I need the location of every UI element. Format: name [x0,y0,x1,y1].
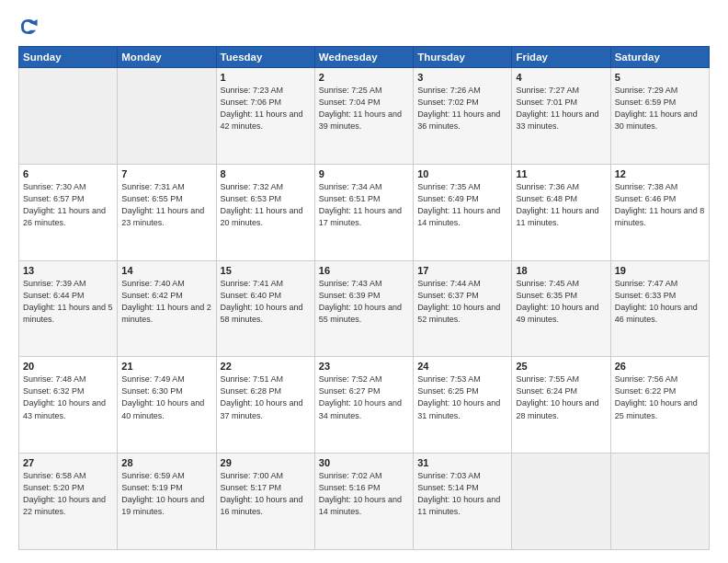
day-cell: 6 Sunrise: 7:30 AMSunset: 6:57 PMDayligh… [19,164,118,260]
day-info: Sunrise: 7:32 AMSunset: 6:53 PMDaylight:… [221,182,303,227]
day-info: Sunrise: 7:48 AMSunset: 6:32 PMDaylight:… [23,374,106,419]
calendar-page: SundayMondayTuesdayWednesdayThursdayFrid… [0,0,728,563]
logo [18,17,42,37]
day-number: 17 [417,265,507,276]
day-cell: 17 Sunrise: 7:44 AMSunset: 6:37 PMDaylig… [414,260,512,357]
day-info: Sunrise: 7:47 AMSunset: 6:33 PMDaylight:… [615,279,698,324]
weekday-header-saturday: Saturday [610,47,709,68]
day-cell: 31 Sunrise: 7:03 AMSunset: 5:14 PMDaylig… [414,454,512,550]
week-row-5: 27 Sunrise: 6:58 AMSunset: 5:20 PMDaylig… [19,454,710,550]
day-cell: 21 Sunrise: 7:49 AMSunset: 6:30 PMDaylig… [118,357,216,454]
day-number: 15 [221,265,311,276]
day-cell: 7 Sunrise: 7:31 AMSunset: 6:55 PMDayligh… [118,164,216,260]
day-info: Sunrise: 7:45 AMSunset: 6:35 PMDaylight:… [516,279,598,324]
day-number: 28 [121,457,211,468]
day-cell [118,68,216,165]
weekday-header-thursday: Thursday [414,47,512,68]
day-cell: 15 Sunrise: 7:41 AMSunset: 6:40 PMDaylig… [216,260,314,357]
day-number: 1 [221,72,311,83]
day-number: 12 [615,168,705,179]
day-cell: 28 Sunrise: 6:59 AMSunset: 5:19 PMDaylig… [118,454,216,550]
day-info: Sunrise: 7:27 AMSunset: 7:01 PMDaylight:… [516,86,598,131]
day-cell: 18 Sunrise: 7:45 AMSunset: 6:35 PMDaylig… [512,260,610,357]
day-cell: 27 Sunrise: 6:58 AMSunset: 5:20 PMDaylig… [19,454,118,550]
day-info: Sunrise: 7:26 AMSunset: 7:02 PMDaylight:… [417,86,500,131]
weekday-header-monday: Monday [118,47,216,68]
weekday-header-tuesday: Tuesday [216,47,314,68]
day-number: 22 [221,361,311,372]
day-info: Sunrise: 7:41 AMSunset: 6:40 PMDaylight:… [221,279,303,324]
day-cell: 29 Sunrise: 7:00 AMSunset: 5:17 PMDaylig… [216,454,314,550]
day-info: Sunrise: 6:58 AMSunset: 5:20 PMDaylight:… [23,471,106,516]
day-number: 3 [417,72,507,83]
day-info: Sunrise: 7:31 AMSunset: 6:55 PMDaylight:… [121,182,204,227]
day-info: Sunrise: 7:00 AMSunset: 5:17 PMDaylight:… [221,471,303,516]
week-row-1: 1 Sunrise: 7:23 AMSunset: 7:06 PMDayligh… [19,68,710,165]
day-info: Sunrise: 7:44 AMSunset: 6:37 PMDaylight:… [417,279,500,324]
day-info: Sunrise: 7:39 AMSunset: 6:44 PMDaylight:… [23,279,113,324]
day-cell: 26 Sunrise: 7:56 AMSunset: 6:22 PMDaylig… [610,357,709,454]
day-number: 18 [516,265,606,276]
day-number: 4 [516,72,606,83]
day-number: 24 [417,361,507,372]
day-number: 16 [319,265,409,276]
day-number: 8 [221,168,311,179]
day-number: 5 [615,72,705,83]
day-info: Sunrise: 7:40 AMSunset: 6:42 PMDaylight:… [121,279,211,324]
day-number: 13 [23,265,113,276]
day-info: Sunrise: 7:51 AMSunset: 6:28 PMDaylight:… [221,374,303,419]
day-number: 26 [615,361,705,372]
day-info: Sunrise: 7:23 AMSunset: 7:06 PMDaylight:… [221,86,303,131]
week-row-3: 13 Sunrise: 7:39 AMSunset: 6:44 PMDaylig… [19,260,710,357]
day-cell: 12 Sunrise: 7:38 AMSunset: 6:46 PMDaylig… [610,164,709,260]
day-cell: 2 Sunrise: 7:25 AMSunset: 7:04 PMDayligh… [314,68,413,165]
day-cell: 3 Sunrise: 7:26 AMSunset: 7:02 PMDayligh… [414,68,512,165]
day-info: Sunrise: 7:38 AMSunset: 6:46 PMDaylight:… [615,182,705,227]
day-number: 10 [417,168,507,179]
day-info: Sunrise: 7:03 AMSunset: 5:14 PMDaylight:… [417,471,500,516]
day-cell: 14 Sunrise: 7:40 AMSunset: 6:42 PMDaylig… [118,260,216,357]
day-cell: 5 Sunrise: 7:29 AMSunset: 6:59 PMDayligh… [610,68,709,165]
day-info: Sunrise: 7:34 AMSunset: 6:51 PMDaylight:… [319,182,402,227]
week-row-2: 6 Sunrise: 7:30 AMSunset: 6:57 PMDayligh… [19,164,710,260]
day-info: Sunrise: 7:29 AMSunset: 6:59 PMDaylight:… [615,86,698,131]
day-info: Sunrise: 6:59 AMSunset: 5:19 PMDaylight:… [121,471,204,516]
day-number: 21 [121,361,211,372]
day-cell: 23 Sunrise: 7:52 AMSunset: 6:27 PMDaylig… [314,357,413,454]
day-number: 30 [319,457,409,468]
weekday-header-sunday: Sunday [19,47,118,68]
day-info: Sunrise: 7:36 AMSunset: 6:48 PMDaylight:… [516,182,598,227]
day-number: 27 [23,457,113,468]
day-cell [610,454,709,550]
day-number: 11 [516,168,606,179]
day-cell: 1 Sunrise: 7:23 AMSunset: 7:06 PMDayligh… [216,68,314,165]
day-cell [512,454,610,550]
day-cell: 25 Sunrise: 7:55 AMSunset: 6:24 PMDaylig… [512,357,610,454]
day-number: 6 [23,168,113,179]
day-cell: 24 Sunrise: 7:53 AMSunset: 6:25 PMDaylig… [414,357,512,454]
day-cell: 16 Sunrise: 7:43 AMSunset: 6:39 PMDaylig… [314,260,413,357]
weekday-header-row: SundayMondayTuesdayWednesdayThursdayFrid… [19,47,710,68]
day-number: 31 [417,457,507,468]
day-info: Sunrise: 7:35 AMSunset: 6:49 PMDaylight:… [417,182,500,227]
day-info: Sunrise: 7:52 AMSunset: 6:27 PMDaylight:… [319,374,402,419]
day-number: 25 [516,361,606,372]
day-number: 14 [121,265,211,276]
day-number: 9 [319,168,409,179]
day-number: 20 [23,361,113,372]
day-cell [19,68,118,165]
day-cell: 10 Sunrise: 7:35 AMSunset: 6:49 PMDaylig… [414,164,512,260]
weekday-header-friday: Friday [512,47,610,68]
day-number: 29 [221,457,311,468]
day-info: Sunrise: 7:49 AMSunset: 6:30 PMDaylight:… [121,374,204,419]
day-cell: 8 Sunrise: 7:32 AMSunset: 6:53 PMDayligh… [216,164,314,260]
day-cell: 19 Sunrise: 7:47 AMSunset: 6:33 PMDaylig… [610,260,709,357]
day-cell: 30 Sunrise: 7:02 AMSunset: 5:16 PMDaylig… [314,454,413,550]
day-cell: 11 Sunrise: 7:36 AMSunset: 6:48 PMDaylig… [512,164,610,260]
day-cell: 13 Sunrise: 7:39 AMSunset: 6:44 PMDaylig… [19,260,118,357]
week-row-4: 20 Sunrise: 7:48 AMSunset: 6:32 PMDaylig… [19,357,710,454]
day-number: 23 [319,361,409,372]
day-cell: 22 Sunrise: 7:51 AMSunset: 6:28 PMDaylig… [216,357,314,454]
day-info: Sunrise: 7:43 AMSunset: 6:39 PMDaylight:… [319,279,402,324]
logo-icon [18,17,39,37]
